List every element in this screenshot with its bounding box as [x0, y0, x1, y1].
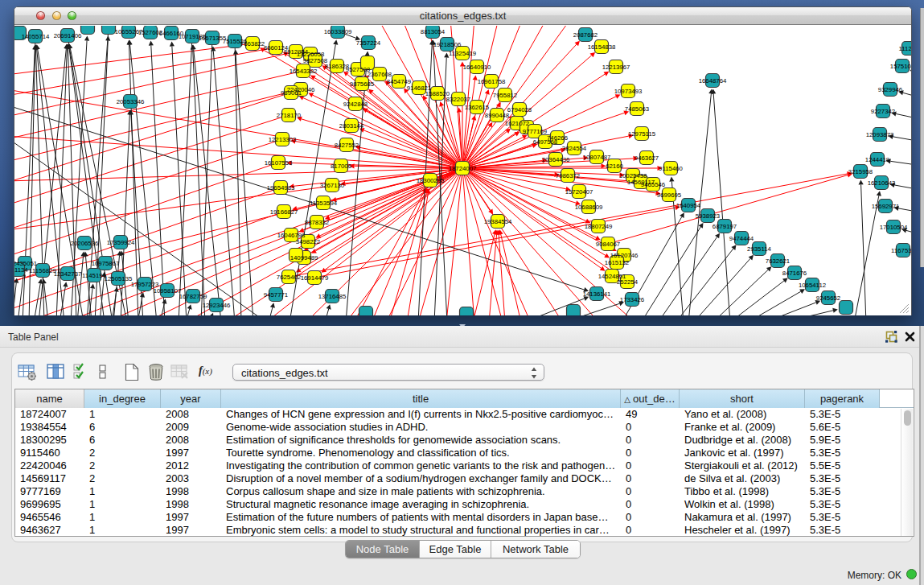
graph-node-label: 2718170 — [277, 112, 302, 119]
graph-node[interactable] — [460, 307, 474, 316]
row-height-icon[interactable] — [98, 363, 108, 381]
network-table-select[interactable]: citations_edges.txt — [232, 364, 544, 381]
graph-node-label: 2087682 — [573, 31, 598, 39]
delete-trash-icon[interactable] — [147, 363, 166, 381]
float-panel-icon[interactable] — [885, 331, 897, 343]
table-cell-name: 9777169 — [15, 485, 84, 498]
graph-edge — [890, 161, 911, 165]
table-cell-name: 9115460 — [15, 447, 84, 459]
graph-node-label: 19218506 — [433, 41, 462, 48]
select-all-check-icon[interactable] — [73, 363, 91, 381]
graph-node-label: 2935114 — [747, 245, 771, 253]
table-cell-short: Nakamura et al. (1997) — [680, 511, 805, 524]
graph-node-label: 10688609 — [575, 204, 603, 211]
memory-status-indicator[interactable] — [906, 569, 917, 579]
graph-node-label: 9084067 — [596, 241, 620, 248]
graph-node-label: 3267130 — [320, 182, 345, 189]
graph-node-label: 20364436 — [542, 156, 570, 163]
close-panel-icon[interactable] — [905, 332, 915, 342]
column-header-name[interactable]: name — [15, 389, 84, 408]
graph-node-label: 391134 — [14, 266, 28, 274]
table-cell-out_de: 0 — [621, 511, 680, 524]
graph-node-label: 16543382 — [290, 68, 318, 75]
table-cell-year: 1997 — [161, 524, 221, 537]
table-row[interactable]: 946554611997Estimation of the future num… — [15, 511, 914, 524]
table-cell-in_degree: 6 — [84, 434, 161, 447]
graph-node-label: 15720407 — [565, 188, 593, 196]
graph-node-label: 11353594 — [310, 200, 338, 207]
tab-network-table[interactable]: Network Table — [491, 541, 580, 558]
network-window-titlebar[interactable]: citations_edges.txt — [14, 7, 911, 25]
column-header-label: pagerank — [820, 393, 864, 405]
graph-node-label: 9827508 — [303, 57, 327, 64]
table-cell-name: 9699695 — [15, 498, 84, 511]
table-row[interactable]: 1456911722003Disruption of a novel membe… — [15, 472, 914, 485]
resize-grip-icon[interactable] — [899, 303, 910, 314]
graph-node[interactable] — [359, 307, 373, 316]
table-row[interactable]: 911546021997Tourette syndrome. Phenomeno… — [15, 447, 914, 459]
tab-edge-table[interactable]: Edge Table — [420, 541, 491, 558]
graph-edge-arrowhead — [162, 299, 166, 304]
column-header-year[interactable]: year — [161, 389, 221, 408]
scrollbar-thumb[interactable] — [904, 410, 911, 426]
graph-edge-arrowhead — [310, 75, 316, 80]
column-header-pagerank[interactable]: pagerank — [805, 389, 880, 408]
table-row[interactable]: 969969511998Structural magnetic resonanc… — [15, 498, 914, 511]
table-cell-in_degree: 1 — [84, 524, 161, 537]
table-cell-in_degree: 1 — [84, 485, 161, 498]
table-row[interactable]: 2242004622012Investigating the contribut… — [15, 459, 914, 472]
graph-node-label: 16033809 — [324, 28, 352, 35]
graph-node-label: 1640954 — [676, 202, 701, 209]
table-cell-name: 9463627 — [15, 524, 84, 537]
graph-edge — [14, 282, 16, 315]
table-settings-icon[interactable] — [18, 363, 37, 381]
new-document-icon[interactable] — [124, 363, 140, 381]
graph-edge-arrowhead — [209, 313, 214, 315]
graph-node-label: 12505135 — [105, 275, 133, 282]
graph-node-label: 8990448 — [485, 112, 509, 119]
graph-node[interactable] — [102, 26, 116, 35]
graph-node[interactable] — [567, 305, 581, 316]
graph-edge — [898, 208, 911, 212]
table-cell-title: Corpus callosum shape and size in male p… — [221, 485, 621, 498]
table-cell-short: Jankovic et al. (1997) — [680, 447, 805, 459]
table-row[interactable]: 946362711997Embryonic stem cells: a mode… — [15, 524, 914, 537]
table-row[interactable]: 1938455462009Genome-wide association stu… — [15, 421, 914, 434]
table-cell-year: 1998 — [161, 498, 221, 511]
table-cell-short: Tibbo et al. (1998) — [680, 485, 805, 498]
graph-edge — [194, 49, 221, 315]
column-header-title[interactable]: title — [221, 389, 621, 408]
table-panel: Table Panel — [0, 326, 924, 585]
table-cell-short: Franke et al. (2009) — [680, 421, 805, 434]
column-header-out_de[interactable]: △out_de… — [621, 389, 680, 408]
graph-node[interactable] — [81, 26, 95, 35]
network-canvas[interactable]: 1405571420691406106552671527602646616010… — [14, 26, 911, 315]
graph-node-label: 11325419 — [449, 50, 476, 57]
table-vertical-scrollbar[interactable] — [901, 409, 913, 536]
table-row[interactable]: 1872400712008Changes of HCN gene express… — [15, 408, 914, 421]
table-columns-icon[interactable] — [47, 363, 66, 381]
column-header-short[interactable]: short — [680, 389, 805, 408]
tab-node-table[interactable]: Node Table — [346, 541, 420, 558]
table-row[interactable]: 977716911998Corpus callosum shape and si… — [15, 485, 914, 498]
column-header-in_degree[interactable]: in_degree — [84, 389, 161, 408]
column-header-label: in_degree — [99, 393, 146, 405]
graph-edge — [854, 196, 879, 315]
graph-edge — [172, 46, 187, 315]
graph-node-label: 6879197 — [713, 223, 737, 230]
graph-node-label: 20053346 — [117, 98, 145, 105]
graph-edge — [894, 185, 911, 189]
table-cell-out_de: 0 — [621, 434, 680, 447]
network-graph[interactable]: 1405571420691406106552671527602646616010… — [14, 26, 911, 315]
table-row[interactable]: 1830029562008Estimation of significance … — [15, 434, 914, 447]
graph-edge — [201, 38, 212, 315]
graph-node-label: 17359924 — [107, 239, 135, 246]
graph-edge-arrowhead — [326, 304, 331, 310]
graph-edge — [893, 137, 911, 141]
graph-node-label: 19654983 — [267, 184, 295, 192]
graph-node[interactable] — [840, 301, 853, 315]
graph-node-label: 9875685 — [350, 80, 375, 88]
graph-node-label: 62160 — [606, 163, 623, 170]
function-builder-icon[interactable]: f(x) — [199, 365, 212, 377]
table-cell-pagerank: 5.3E-5 — [805, 524, 880, 537]
